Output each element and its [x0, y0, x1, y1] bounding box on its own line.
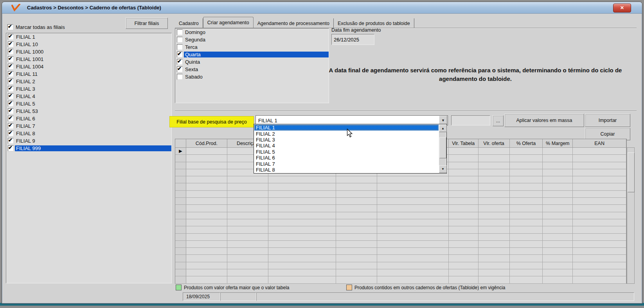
grid-cell[interactable]: [377, 255, 449, 262]
grid-cell[interactable]: [543, 255, 573, 262]
apply-mass-values-button[interactable]: Aplicar valores em massa: [504, 114, 584, 127]
grid-cell[interactable]: [479, 176, 510, 183]
table-row[interactable]: [175, 212, 626, 219]
grid-cell[interactable]: [543, 205, 573, 212]
dropdown-option[interactable]: FILIAL 7: [254, 161, 439, 167]
grid-cell[interactable]: [543, 269, 573, 276]
branch-item[interactable]: FILIAL 3: [6, 85, 171, 93]
grid-cell[interactable]: [510, 155, 543, 162]
grid-cell[interactable]: [377, 198, 449, 205]
grid-cell[interactable]: [449, 248, 479, 255]
grid-cell[interactable]: [186, 234, 227, 241]
branch-item[interactable]: FILIAL 4: [6, 93, 171, 100]
grid-cell[interactable]: [479, 205, 510, 212]
grid-cell[interactable]: [573, 148, 626, 155]
grid-cell[interactable]: [449, 176, 479, 183]
branch-checkbox[interactable]: [8, 145, 14, 151]
table-row[interactable]: [175, 191, 626, 198]
row-selector-cell[interactable]: [175, 262, 186, 269]
table-row[interactable]: [175, 262, 626, 269]
grid-cell[interactable]: [336, 241, 377, 248]
grid-cell[interactable]: [510, 248, 543, 255]
table-row[interactable]: [175, 248, 626, 255]
weekday-checkbox[interactable]: [177, 44, 183, 50]
grid-cell[interactable]: [336, 212, 377, 219]
row-selector-cell[interactable]: [175, 219, 186, 226]
grid-cell[interactable]: [573, 198, 626, 205]
grid-cell[interactable]: [227, 269, 268, 276]
grid-cell[interactable]: [186, 198, 227, 205]
grid-cell[interactable]: [573, 176, 626, 183]
grid-cell[interactable]: [543, 241, 573, 248]
weekday-item[interactable]: Quarta: [175, 51, 329, 58]
grid-cell[interactable]: [449, 183, 479, 190]
branch-checkbox[interactable]: [8, 34, 14, 40]
grid-cell[interactable]: [377, 219, 449, 226]
column-header[interactable]: EAN: [573, 139, 626, 148]
grid-cell[interactable]: [543, 162, 573, 169]
grid-cell[interactable]: [268, 262, 336, 269]
branch-checkbox[interactable]: [8, 71, 14, 77]
grid-cell[interactable]: [449, 155, 479, 162]
grid-cell[interactable]: [479, 255, 510, 262]
grid-cell[interactable]: [186, 219, 227, 226]
table-row[interactable]: [175, 269, 626, 276]
grid-cell[interactable]: [543, 226, 573, 233]
grid-cell[interactable]: [268, 198, 336, 205]
table-row[interactable]: [175, 255, 626, 262]
table-row[interactable]: [175, 276, 626, 283]
title-bar[interactable]: Cadastros > Descontos > Caderno de ofert…: [2, 2, 642, 14]
grid-cell[interactable]: [510, 148, 543, 155]
branch-item[interactable]: FILIAL 1004: [6, 63, 171, 70]
grid-cell[interactable]: [227, 212, 268, 219]
grid-cell[interactable]: [449, 169, 479, 176]
branch-checkbox[interactable]: [8, 123, 14, 129]
grid-cell[interactable]: [268, 276, 336, 283]
grid-cell[interactable]: [479, 262, 510, 269]
grid-cell[interactable]: [186, 262, 227, 269]
dropdown-scrollbar[interactable]: ▲ ▼: [439, 125, 446, 173]
branch-item[interactable]: FILIAL 8: [6, 130, 171, 137]
grid-cell[interactable]: [227, 255, 268, 262]
grid-cell[interactable]: [479, 198, 510, 205]
grid-cell[interactable]: [449, 205, 479, 212]
grid-cell[interactable]: [186, 148, 227, 155]
grid-cell[interactable]: [186, 226, 227, 233]
grid-cell[interactable]: [479, 191, 510, 198]
branches-listbox[interactable]: FILIAL 1FILIAL 10FILIAL 1000FILIAL 1001F…: [6, 33, 172, 283]
grid-cell[interactable]: [543, 248, 573, 255]
grid-cell[interactable]: [449, 162, 479, 169]
close-button[interactable]: ✕: [613, 4, 631, 13]
grid-cell[interactable]: [510, 219, 543, 226]
grid-cell[interactable]: [573, 219, 626, 226]
grid-cell[interactable]: [377, 183, 449, 190]
row-selector-cell[interactable]: [175, 248, 186, 255]
weekday-item[interactable]: Sexta: [175, 66, 329, 73]
grid-cell[interactable]: [449, 255, 479, 262]
weekday-checkbox[interactable]: [177, 52, 183, 57]
dropdown-option[interactable]: FILIAL 4: [254, 143, 439, 149]
row-selector-cell[interactable]: [175, 226, 186, 233]
row-selector-cell[interactable]: ▶: [175, 148, 186, 155]
grid-cell[interactable]: [573, 241, 626, 248]
grid-cell[interactable]: [449, 212, 479, 219]
branch-item[interactable]: FILIAL 10: [6, 41, 171, 48]
grid-cell[interactable]: [186, 248, 227, 255]
grid-cell[interactable]: [573, 169, 626, 176]
branch-item[interactable]: FILIAL 5: [6, 100, 171, 107]
import-button[interactable]: Importar: [585, 114, 630, 127]
grid-cell[interactable]: [479, 155, 510, 162]
grid-cell[interactable]: [573, 276, 626, 283]
branch-checkbox[interactable]: [8, 41, 14, 47]
weekday-item[interactable]: Segunda: [175, 36, 329, 43]
column-header-hidden[interactable]: [175, 139, 186, 148]
grid-cell[interactable]: [479, 269, 510, 276]
branch-checkbox[interactable]: [8, 64, 14, 70]
branch-checkbox[interactable]: [8, 56, 14, 62]
grid-cell[interactable]: [573, 191, 626, 198]
grid-cell[interactable]: [227, 241, 268, 248]
grid-cell[interactable]: [543, 198, 573, 205]
grid-cell[interactable]: [543, 212, 573, 219]
grid-cell[interactable]: [377, 234, 449, 241]
branch-checkbox[interactable]: [8, 86, 14, 92]
